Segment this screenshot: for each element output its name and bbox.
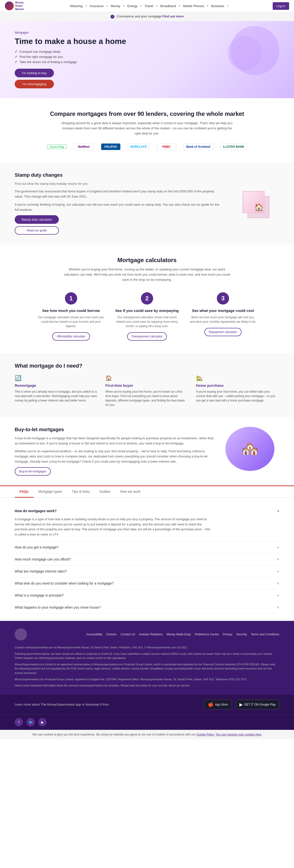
affordability-calculator-button[interactable]: Affordability calculator [52,332,90,341]
footer-link-contact[interactable]: Contact Us [120,633,135,636]
faq-chevron-5: ∨ [277,582,279,585]
mobile-phones-chevron: ▾ [207,5,208,7]
btl-button[interactable]: Buy-to-let mortgages [15,467,51,475]
nav-energy[interactable]: Energy [125,3,139,9]
hero-buttons: I'm looking to buy I'm remortgaging [15,69,54,88]
facebook-icon[interactable]: f [15,718,23,726]
btl-title: Buy-to-let mortgages [15,427,216,432]
google-play-badge[interactable]: ▶ GET IT ON Google Play [236,700,279,710]
stamp-duty-guide-button[interactable]: Read our guide [15,226,59,235]
stamp-duty-calculator-button[interactable]: Stamp duty calculator [15,215,59,224]
footer-link-terms[interactable]: Terms and Conditions [251,633,279,636]
footer: Accessibility Careers Contact Us Investo… [0,621,294,695]
footer-link-investor[interactable]: Investor Relations [139,633,163,636]
overpayment-calculator-button[interactable]: Overpayment calculator [127,332,167,341]
buying-button[interactable]: I'm looking to buy [15,69,54,77]
alert-text: Coronavirus and your mortgage [117,14,161,18]
calc-card-3-desc: Work out how much your mortgage will cos… [189,315,257,324]
app-text: Learn more about The MoneySupermarket ap… [15,703,109,706]
faq-question-3[interactable]: How much mortgage can you afford? ∨ [15,553,279,565]
mortgage-types-list: 🔄 Remortgage This is when you already ha… [15,375,279,407]
mortgage-type-remortgage: 🔄 Remortgage This is when you already ha… [15,375,98,407]
stamp-duty-content: Stamp duty changes Find out what the sta… [15,172,221,235]
btl-image: 🏘️ [225,427,279,471]
remortgage-button[interactable]: I'm remortgaging [15,80,54,88]
tabs-section: FAQs Mortgage types Tips & hints Guides … [0,486,294,498]
cookie-text: We use cookies to give you the best expe… [33,733,196,736]
calc-card-1: 1 See how much you could borrow Our mort… [37,292,105,341]
tab-faqs[interactable]: FAQs [15,486,34,498]
calc-card-1-title: See how much you could borrow [37,308,105,313]
money-chevron: ▾ [123,5,124,7]
nav-motoring[interactable]: Motoring [68,3,84,9]
app-store-badge[interactable]: 🍎 App Store [204,700,231,710]
footer-top: Accessibility Careers Contact Us Investo… [15,628,279,641]
stamp-main: 🏠 [243,191,265,213]
calculators-section: Mortgage calculators Whether you're buyi… [0,244,294,353]
cookie-bar: We use cookies to give you the best expe… [0,730,294,739]
calc-card-2: 2 See if you could save by overpaying Ou… [113,292,181,341]
stamp-duty-para2: If you're currently thinking of buying, … [15,202,221,213]
footer-govt-notice: Following government advice, we have clo… [15,652,279,660]
tab-tips-hints[interactable]: Tips & hints [67,486,95,498]
footer-link-preference[interactable]: Preference Centre [195,633,219,636]
nav-insurance[interactable]: Insurance [88,3,106,9]
faq-question-5[interactable]: What else do you need to consider when l… [15,578,279,589]
tab-mortgage-types[interactable]: Mortgage types [34,486,67,498]
footer-link-money-easy[interactable]: Money Made Easy [167,633,191,636]
footer-address: Contact moneysupermarket.com at Moneysup… [15,645,279,650]
faq-question-2[interactable]: How do you get a mortgage? ∨ [15,541,279,553]
nav-broadband[interactable]: Broadband [158,3,178,9]
ftb-icon: 🏠 [105,375,189,381]
nav-travel[interactable]: Travel [143,3,155,9]
broadband-chevron: ▾ [179,5,180,7]
calc-number-3: 3 [217,292,229,305]
nav-money[interactable]: Money [109,3,122,9]
logo[interactable]: MoneySuperMarket [5,1,24,11]
cookie-manage-link[interactable]: You can manage your cookies here [216,733,262,736]
youtube-icon[interactable]: ▶ [38,718,46,726]
calc-description: Whether you're buying your first home, m… [61,267,233,282]
lender-natwest: NatWest [74,143,94,150]
faq-item-6: What is a mortgage in principle? ∨ [15,589,279,601]
footer-fca-notice: MoneySupermarket.com Limited is an appoi… [15,662,279,675]
calc-card-2-desc: Our overpayment calculator shows how muc… [113,315,181,328]
faq-question-1[interactable]: How do mortgages work? ∧ [15,505,279,517]
stamp-duty-section: Stamp duty changes Find out what the sta… [0,162,294,244]
footer-link-accessibility[interactable]: Accessibility [86,633,102,636]
faq-question-6[interactable]: What is a mortgage in principle? ∨ [15,589,279,601]
footer-link-security[interactable]: Security [236,633,247,636]
faq-section: How do mortgages work? ∧ A mortgage is a… [0,498,294,621]
app-section: Learn more about The MoneySupermarket ap… [0,695,294,714]
faq-question-4[interactable]: What are mortgage interest rates? ∨ [15,565,279,577]
stamp-duty-subtitle: Find out what the stamp duty holiday mea… [15,181,221,187]
tab-how-we-work[interactable]: How we work [115,486,145,498]
tab-guides[interactable]: Guides [95,486,115,498]
nav-mobile-phones[interactable]: Mobile Phones [181,3,206,9]
remortgage-desc: This is when you already have a mortgage… [15,390,98,403]
lender-hsbc: HSBC [156,143,176,150]
login-button[interactable]: Log in [273,2,289,10]
remortgage-title: Remortgage [15,383,98,388]
footer-link-privacy[interactable]: Privacy [223,633,232,636]
calc-card-3: 3 See what your mortgage could cost Work… [189,292,257,341]
mortgage-type-ftb: 🏠 First-time buyer When you're buying yo… [105,375,189,407]
remortgage-icon: 🔄 [15,375,98,381]
footer-links: Accessibility Careers Contact Us Investo… [86,633,279,636]
footer-services-notice: Here's some important information about … [15,683,279,688]
calc-cards: 1 See how much you could borrow Our mort… [15,292,279,341]
nav-business[interactable]: Business [209,3,226,9]
faq-question-7[interactable]: What happens to your mortgage when you m… [15,601,279,613]
btl-para2: Whether you're an experienced landlord –… [15,449,216,464]
twitter-icon[interactable]: 🐦 [27,718,35,726]
cookie-policy-link[interactable]: Cookie Policy [196,733,214,736]
footer-company-notice: MoneySupermarket.com Financial Group Lim… [15,677,279,682]
compare-title: Compare mortgages from over 90 lenders, … [15,111,279,117]
alert-link[interactable]: Find out more [162,14,184,18]
stamp-duty-title: Stamp duty changes [15,172,221,178]
footer-link-careers[interactable]: Careers [106,633,117,636]
info-icon: i [110,15,114,19]
repayment-calculator-button[interactable]: Repayment calculator [204,328,242,336]
ftb-desc: When you're buying your first home, you'… [105,390,189,407]
faq-chevron-1: ∧ [277,509,279,513]
